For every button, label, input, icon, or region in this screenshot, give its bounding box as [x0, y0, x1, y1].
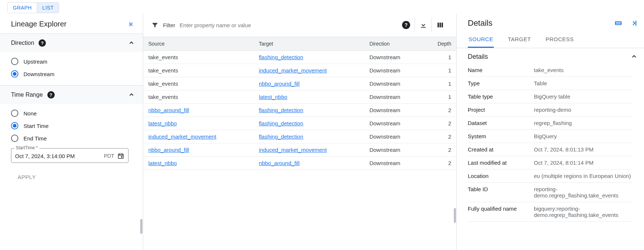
radio-upstream[interactable]: Upstream — [11, 55, 135, 68]
chevron-up-icon — [127, 39, 135, 47]
col-source[interactable]: Source — [143, 37, 254, 51]
detail-key: Name — [468, 67, 534, 73]
filter-input[interactable] — [180, 20, 393, 31]
detail-property-row: Projectreporting-demo — [468, 103, 633, 117]
start-time-field[interactable]: StartTime * PDT — [11, 148, 129, 163]
source-cell[interactable]: latest_nbbo — [148, 160, 177, 166]
radio-label: Start Time — [23, 123, 48, 129]
filter-label: Filter — [163, 22, 175, 28]
detail-property-row: TypeTable — [468, 77, 633, 90]
detail-property-row: Nametake_events — [468, 64, 633, 77]
detail-key: Table ID — [468, 186, 534, 192]
source-cell[interactable]: induced_market_movement — [148, 133, 216, 140]
direction-header[interactable]: Direction ? — [0, 34, 143, 52]
tab-target[interactable]: TARGET — [507, 32, 532, 48]
col-direction[interactable]: Direction — [364, 37, 423, 51]
apply-button[interactable]: APPLY — [15, 171, 38, 183]
table-row[interactable]: induced_market_movementflashing_detectio… — [143, 130, 456, 143]
target-cell[interactable]: flashing_detection — [259, 107, 303, 113]
radio-end-time[interactable]: End Time — [11, 132, 135, 144]
target-cell[interactable]: flashing_detection — [259, 54, 303, 60]
detail-property-row: Fully qualified namebigquery:reporting-d… — [468, 202, 633, 222]
target-cell[interactable]: induced_market_movement — [259, 67, 327, 74]
depth-cell: 1 — [423, 64, 456, 77]
help-button[interactable]: ? — [398, 18, 415, 32]
radio-icon — [11, 122, 18, 129]
table-row[interactable]: take_eventslatest_nbboDownstream1 — [143, 90, 456, 104]
source-cell: take_events — [148, 54, 178, 60]
detail-key: Type — [468, 80, 534, 86]
svg-rect-2 — [437, 23, 439, 28]
chevron-up-icon[interactable] — [630, 53, 638, 61]
table-row[interactable]: latest_nbbonbbo_around_fillDownstream2 — [143, 157, 456, 170]
detail-value: Oct 7, 2024, 8:01:13 PM — [534, 146, 633, 153]
table-row[interactable]: take_eventsinduced_market_movementDownst… — [143, 64, 456, 77]
scrollbar-thumb[interactable] — [454, 208, 456, 223]
source-cell[interactable]: latest_nbbo — [148, 120, 177, 126]
depth-cell: 2 — [423, 130, 456, 143]
target-cell[interactable]: latest_nbbo — [259, 94, 287, 100]
source-cell: take_events — [148, 94, 178, 100]
tab-source[interactable]: SOURCE — [468, 32, 494, 48]
target-cell[interactable]: induced_market_movement — [259, 147, 327, 153]
calendar-icon[interactable] — [117, 152, 124, 160]
help-icon[interactable]: ? — [47, 91, 55, 99]
target-cell[interactable]: nbbo_around_fill — [259, 160, 300, 166]
source-cell[interactable]: nbbo_around_fill — [148, 107, 189, 113]
filter-icon — [151, 21, 159, 29]
fullscreen-icon[interactable] — [614, 19, 623, 28]
tab-list[interactable]: LIST — [37, 3, 59, 13]
detail-value: bigquery:reporting-demo.regrep_flashing.… — [534, 206, 633, 218]
scrollbar-thumb[interactable] — [140, 219, 142, 234]
source-cell[interactable]: nbbo_around_fill — [148, 147, 189, 153]
help-icon[interactable]: ? — [39, 39, 46, 47]
col-target[interactable]: Target — [254, 37, 364, 51]
start-time-label: StartTime * — [14, 145, 39, 150]
detail-key: Last modified at — [468, 160, 534, 166]
detail-value: take_events — [534, 67, 633, 73]
svg-rect-4 — [441, 23, 443, 28]
detail-value: BigQuery — [534, 133, 633, 139]
tab-process[interactable]: PROCESS — [545, 32, 575, 48]
depth-cell: 2 — [423, 104, 456, 117]
columns-button[interactable] — [431, 18, 448, 32]
direction-cell: Downstream — [364, 143, 423, 157]
radio-downstream[interactable]: Downstream — [11, 68, 135, 80]
table-row[interactable]: take_eventsnbbo_around_fillDownstream1 — [143, 77, 456, 90]
svg-rect-3 — [439, 23, 441, 28]
direction-cell: Downstream — [364, 130, 423, 143]
direction-cell: Downstream — [364, 104, 423, 117]
start-time-input[interactable] — [15, 153, 104, 159]
download-button[interactable] — [415, 18, 431, 32]
target-cell[interactable]: flashing_detection — [259, 120, 303, 126]
svg-rect-0 — [118, 154, 123, 158]
detail-property-row: Datasetregrep_flashing — [468, 117, 633, 130]
details-title: Details — [468, 18, 492, 28]
details-sub-title: Details — [468, 53, 488, 61]
sidebar-title: Lineage Explorer — [11, 20, 66, 28]
tab-graph[interactable]: GRAPH — [8, 3, 37, 13]
table-row[interactable]: latest_nbboflashing_detectionDownstream2 — [143, 117, 456, 130]
radio-start-time[interactable]: Start Time — [11, 119, 135, 132]
radio-none[interactable]: None — [11, 107, 135, 119]
detail-property-row: SystemBigQuery — [468, 130, 633, 143]
table-row[interactable]: take_eventsflashing_detectionDownstream1 — [143, 51, 456, 64]
detail-value: BigQuery table — [534, 93, 633, 100]
collapse-left-icon[interactable] — [128, 21, 135, 28]
target-cell[interactable]: nbbo_around_fill — [259, 81, 300, 87]
table-row[interactable]: nbbo_around_fillinduced_market_movementD… — [143, 143, 456, 157]
radio-label: Downstream — [23, 71, 54, 77]
time-range-title: Time Range — [11, 92, 43, 98]
lineage-explorer-sidebar: Lineage Explorer Direction ? — [0, 13, 143, 250]
collapse-right-icon[interactable] — [629, 19, 638, 28]
detail-key: Table type — [468, 93, 534, 100]
radio-label: End Time — [23, 135, 47, 142]
detail-property-row: Locationeu (multiple regions in European… — [468, 169, 633, 183]
time-range-header[interactable]: Time Range ? — [0, 86, 143, 104]
table-row[interactable]: nbbo_around_fillflashing_detectionDownst… — [143, 104, 456, 117]
detail-key: Location — [468, 173, 534, 179]
col-depth[interactable]: Depth — [423, 37, 456, 51]
target-cell[interactable]: flashing_detection — [259, 133, 303, 140]
detail-property-row: Created atOct 7, 2024, 8:01:13 PM — [468, 143, 633, 156]
depth-cell: 1 — [423, 77, 456, 90]
